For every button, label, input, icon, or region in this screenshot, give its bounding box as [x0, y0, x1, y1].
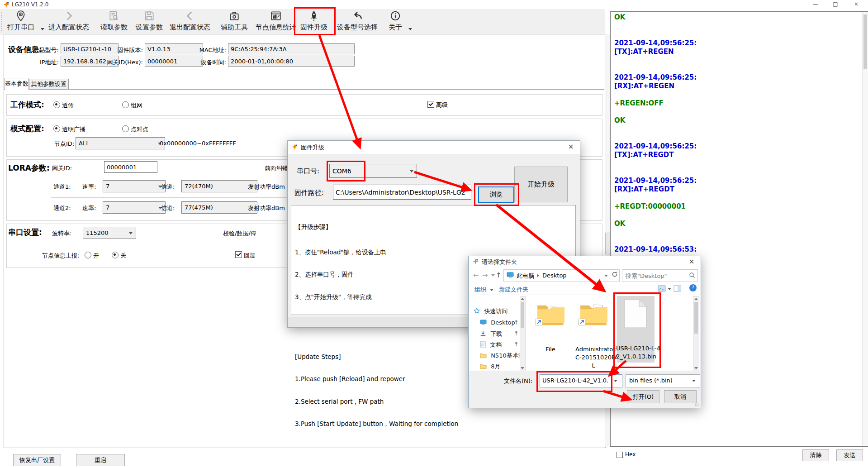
nav-history-caret[interactable]: [491, 274, 495, 277]
sidebar-item-august-folder[interactable]: 8月: [480, 363, 500, 371]
toolbar-node-stats[interactable]: 节点信息统计: [253, 10, 299, 33]
nav-forward-icon[interactable]: →: [482, 271, 488, 279]
log-line: [614, 168, 862, 177]
open-serial-dropdown-caret[interactable]: [41, 28, 44, 30]
pin-icon: [514, 320, 519, 325]
breadcrumb-current[interactable]: Desktop: [542, 272, 567, 279]
baud-rate-label: 波特率:: [52, 229, 71, 238]
file-item-file-folder[interactable]: [535, 302, 566, 330]
log-line: [614, 194, 862, 202]
channel2-rate-combo[interactable]: 7: [103, 201, 166, 214]
start-upgrade-button[interactable]: 开始升级: [514, 167, 568, 202]
sidebar-item-quick-access[interactable]: 快速访问: [474, 307, 508, 315]
work-mode-transparent-radio[interactable]: [53, 101, 60, 108]
filename-caret[interactable]: [614, 380, 617, 382]
log-line: 2021-09-14,09:56:25:: [614, 39, 862, 48]
toolbar-aux-tools[interactable]: 辅助工具: [217, 10, 251, 33]
gateway-id-hex-label: 网关ID(Hex):: [104, 58, 143, 67]
advanced-checkbox[interactable]: [427, 101, 434, 108]
send-button[interactable]: 发送: [836, 449, 863, 461]
toolbar-open-serial[interactable]: 打开串口: [4, 10, 38, 33]
log-line: +REGDT:00000001: [614, 202, 862, 211]
file-dialog-title: 请选择文件夹: [482, 258, 517, 266]
organize-caret: [490, 289, 493, 291]
file-item-label[interactable]: File: [535, 346, 566, 353]
pin-icon: [514, 330, 519, 336]
refresh-icon[interactable]: [612, 271, 618, 279]
tab-other-params[interactable]: 其他参数设置: [29, 79, 69, 90]
hex-checkbox[interactable]: [617, 452, 623, 458]
open-button[interactable]: 打开(O): [627, 390, 659, 403]
fec-label: 前向纠错: [265, 164, 288, 172]
node-report-off-radio[interactable]: [112, 252, 119, 258]
mac-address-field[interactable]: 9C:A5:25:94:7A:3A: [228, 43, 355, 54]
log-line: [614, 134, 862, 142]
close-button[interactable]: ×: [849, 0, 864, 9]
clear-button[interactable]: 清除: [802, 449, 829, 461]
echo-checkbox[interactable]: [235, 251, 242, 258]
file-item-label[interactable]: L: [575, 362, 612, 369]
channel-divider: [51, 197, 287, 198]
toolbar-read-params[interactable]: 读取参数: [97, 10, 131, 33]
log-line: +REGEN:OFF: [614, 99, 862, 108]
restart-button[interactable]: 重启: [76, 454, 125, 466]
search-box[interactable]: 搜索"Desktop": [622, 269, 698, 282]
work-mode-network-radio[interactable]: [122, 101, 129, 108]
maximize-button[interactable]: □: [828, 0, 843, 9]
channel1-rate-combo[interactable]: 7: [103, 180, 166, 192]
channel2-rate-label: 速率:: [82, 204, 96, 212]
new-folder-button[interactable]: 新建文件夹: [499, 286, 528, 294]
baud-rate-combo[interactable]: 115200: [83, 227, 136, 239]
firmware-version-label: 固件版本:: [111, 46, 143, 54]
node-id-combo[interactable]: ALL: [76, 137, 165, 149]
log-line: [TX]:AT+REGDT: [614, 151, 862, 159]
file-dialog-close-icon[interactable]: ×: [683, 256, 701, 267]
log-line: [614, 228, 862, 237]
file-list-scrollbar[interactable]: [693, 296, 699, 371]
serial-settings-label: 串口设置:: [8, 227, 42, 238]
fw-dialog-close-icon[interactable]: ×: [562, 141, 580, 153]
window-title: LG210 V1.2.0: [12, 1, 48, 8]
product-model-field[interactable]: USR-LG210-L-10: [61, 43, 119, 54]
toolbar-enter-config[interactable]: 进入配置状态: [46, 10, 91, 33]
sidebar-item-documents[interactable]: 文档: [480, 341, 502, 349]
file-item-label[interactable]: Administrator.P: [575, 346, 612, 353]
tab-basic-params[interactable]: 基本参数: [5, 78, 29, 90]
nav-back-icon[interactable]: ←: [473, 271, 479, 279]
nav-up-icon[interactable]: ↑: [496, 271, 502, 279]
hex-label: Hex: [625, 451, 636, 458]
node-report-on-radio[interactable]: [85, 252, 91, 258]
breadcrumb-bar[interactable]: 此电脑 Desktop: [503, 269, 620, 282]
filetype-combo[interactable]: bin files (*.bin): [626, 374, 700, 387]
resize-grip-icon[interactable]: ◫: [695, 402, 699, 406]
organize-button[interactable]: 组织: [474, 286, 486, 294]
toolbar-exit-config[interactable]: 退出配置状态: [167, 10, 213, 33]
minimize-button[interactable]: —: [808, 0, 823, 9]
file-item-administrator-folder[interactable]: [578, 302, 609, 330]
p2p-radio[interactable]: [122, 125, 129, 132]
file-item-label[interactable]: C-20151020FAC: [575, 354, 612, 361]
breadcrumb-dropdown-caret[interactable]: [604, 275, 608, 277]
toolbar-about[interactable]: 关于: [385, 10, 405, 33]
about-dropdown-caret[interactable]: [408, 28, 412, 30]
log-scrollbar[interactable]: [862, 12, 868, 445]
info-icon: [385, 10, 405, 23]
device-time-field[interactable]: 2000-01-01,00:00:80: [228, 56, 355, 67]
toolbar-item-label: 设备型号选择: [337, 23, 378, 31]
broadcast-radio[interactable]: [53, 125, 60, 132]
breadcrumb-root[interactable]: 此电脑: [517, 272, 534, 280]
sidebar-scrollbar[interactable]: [520, 296, 526, 371]
filetype-caret[interactable]: [692, 380, 696, 382]
toolbar-set-params[interactable]: 设置参数: [132, 10, 166, 33]
help-icon[interactable]: ?: [689, 284, 697, 291]
preview-pane-icon[interactable]: [674, 285, 681, 293]
cancel-button[interactable]: 取消: [664, 390, 697, 403]
sidebar-item-desktop[interactable]: Desktop: [480, 319, 515, 326]
factory-reset-button[interactable]: 恢复出厂设置: [13, 454, 61, 466]
view-caret[interactable]: [668, 288, 671, 290]
sidebar-item-downloads[interactable]: 下载: [480, 330, 502, 338]
lora-gateway-id-field[interactable]: 00000001: [104, 161, 157, 173]
fw-path-field[interactable]: C:\Users\Administrator\Desktop\USR-LG2: [333, 185, 471, 200]
toolbar-device-model-select[interactable]: 设备型号选择: [334, 10, 381, 33]
device-time-label: 设备时间:: [194, 58, 226, 67]
